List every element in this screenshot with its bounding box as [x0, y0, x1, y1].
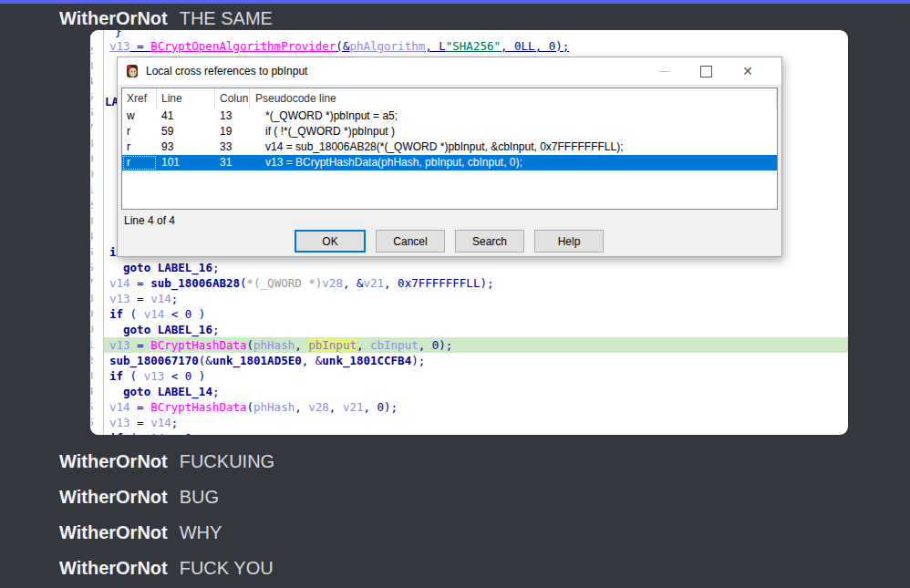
- discord-chat-screen: WitherOrNotTHE SAMEWitherOrNotFUCKUINGWi…: [0, 0, 910, 588]
- line-number: 1: [91, 182, 102, 198]
- code-token: );: [411, 354, 425, 367]
- code-token: phHash: [253, 338, 295, 352]
- table-cell: v14 = sub_18006AB28(*(_QWORD *)pbInput, …: [250, 139, 777, 155]
- code-token: ;: [171, 416, 179, 429]
- code-token: goto: [123, 261, 150, 274]
- message-text: THE SAME: [180, 8, 273, 28]
- pseudocode-line: if ( v14 < 0 ): [104, 306, 848, 322]
- code-screenshot-attachment[interactable]: 23456789012345678901234567 } v13 = BCryp…: [90, 30, 848, 435]
- table-cell: 59: [157, 124, 215, 139]
- code-token: ,: [329, 400, 343, 414]
- code-token: v14: [109, 276, 130, 290]
- dialog-titlebar[interactable]: Local cross references to pbInput ✕: [118, 57, 781, 86]
- pseudocode-line: v14 = BCryptHashData(phHash, v28, v21, 0…: [104, 399, 848, 415]
- code-token: unk_1801CCFB4: [322, 354, 411, 367]
- code-token: v14: [150, 292, 171, 305]
- ida-lady-icon: [125, 64, 140, 78]
- message-username[interactable]: WitherOrNot: [59, 558, 168, 578]
- code-token: [109, 261, 123, 274]
- code-token: (: [123, 369, 144, 383]
- table-cell: 93: [157, 139, 215, 155]
- line-number: 8: [91, 136, 102, 151]
- pseudocode-line: goto LABEL_14;: [104, 384, 848, 399]
- chat-message: WitherOrNotFUCK YOU: [59, 556, 274, 580]
- chat-message: WitherOrNotBUG: [59, 485, 219, 509]
- code-token: v28: [308, 400, 329, 414]
- code-token: v14: [144, 431, 165, 435]
- xref-table-row[interactable]: r10131v13 = BCryptHashData(phHash, pbInp…: [122, 155, 777, 170]
- table-cell: v13 = BCryptHashData(phHash, pbInput, cb…: [250, 155, 777, 170]
- column-header[interactable]: Line: [157, 88, 215, 108]
- column-header[interactable]: Xref: [122, 88, 157, 108]
- xref-table-row[interactable]: r5919if ( !*(_QWORD *)pbInput ): [122, 124, 777, 139]
- code-token: (&: [336, 39, 349, 53]
- code-token: v21: [363, 276, 384, 290]
- message-text: FUCK YOU: [180, 558, 274, 578]
- line-number: 5: [91, 89, 102, 105]
- code-token: v14: [109, 400, 130, 414]
- code-token: ;: [212, 385, 220, 398]
- code-token: ,: [295, 338, 308, 352]
- code-token: =: [130, 338, 151, 352]
- line-number: 7: [91, 120, 102, 136]
- code-token: (: [247, 338, 254, 352]
- maximize-button[interactable]: [685, 59, 727, 83]
- xref-table: XrefLineColunPseudocode line w4113*(_QWO…: [121, 88, 778, 210]
- code-token: < 0 ): [164, 369, 205, 383]
- code-token: LABEL_14: [158, 385, 212, 398]
- xref-table-row[interactable]: w4113*(_QWORD *)pbInput = a5;: [122, 108, 777, 124]
- code-token: , 0x7FFFFFFFLL);: [384, 276, 493, 290]
- code-token: < 0: [164, 431, 191, 435]
- minimize-button[interactable]: [643, 59, 685, 83]
- table-cell: 19: [215, 124, 250, 139]
- line-number: 2: [91, 353, 102, 368]
- code-token: unk_1801AD5E0: [212, 354, 302, 367]
- chat-message: WitherOrNotFUCKUING: [59, 449, 274, 473]
- code-token: BCryptHashData: [150, 400, 246, 414]
- table-cell: 13: [215, 108, 250, 124]
- code-token: *(_QWORD *): [247, 276, 323, 290]
- code-token: phHash: [253, 400, 295, 414]
- pseudocode-line: v13 = BCryptHashData(phHash, pbInput, cb…: [104, 337, 848, 353]
- table-cell: 41: [157, 108, 215, 124]
- cancel-button[interactable]: Cancel: [376, 230, 445, 253]
- code-token: goto: [123, 385, 150, 398]
- code-token: pbInput: [308, 338, 357, 352]
- pseudocode-line: if ( v13 < 0 ): [104, 368, 848, 384]
- table-cell: r: [122, 124, 157, 139]
- column-header[interactable]: Pseudocode line: [250, 88, 777, 108]
- help-button[interactable]: Help: [534, 230, 604, 253]
- code-token: , &: [343, 276, 364, 290]
- line-number: 4: [91, 74, 102, 89]
- close-button[interactable]: ✕: [727, 59, 769, 83]
- code-token: =: [130, 292, 151, 305]
- search-button[interactable]: Search: [455, 230, 524, 253]
- maximize-icon: [700, 66, 712, 77]
- code-token: , 0);: [419, 338, 453, 352]
- line-number: 6: [91, 415, 102, 430]
- line-number: 0: [91, 167, 102, 182]
- code-token: v13: [109, 338, 130, 352]
- message-username[interactable]: WitherOrNot: [59, 451, 168, 471]
- code-token: , &: [302, 354, 323, 367]
- code-token: [109, 385, 123, 398]
- code-token: ;: [171, 292, 179, 305]
- code-token: phAlgorithm: [349, 39, 425, 53]
- message-username[interactable]: WitherOrNot: [59, 522, 168, 542]
- code-token: BCryptHashData: [150, 338, 246, 352]
- line-number: 4: [91, 229, 102, 244]
- xref-table-row[interactable]: r9333v14 = sub_18006AB28(*(_QWORD *)pbIn…: [122, 139, 777, 155]
- pseudocode-line: sub_180067170(&unk_1801AD5E0, &unk_1801C…: [104, 353, 848, 368]
- code-token: =: [130, 400, 151, 414]
- message-username[interactable]: WitherOrNot: [59, 487, 168, 507]
- pseudocode-line: goto LABEL_16;: [104, 322, 848, 337]
- chat-message: WitherOrNotWHY: [59, 521, 222, 544]
- column-header[interactable]: Colun: [215, 88, 250, 108]
- line-number: 2: [91, 43, 102, 58]
- line-number: 3: [91, 58, 102, 74]
- code-token: BCryptOpenAlgorithmProvider: [150, 39, 336, 53]
- ok-button[interactable]: OK: [295, 230, 366, 253]
- message-username[interactable]: WitherOrNot: [59, 8, 168, 28]
- code-token: LABEL_16: [158, 261, 212, 274]
- line-number: 2: [91, 198, 102, 213]
